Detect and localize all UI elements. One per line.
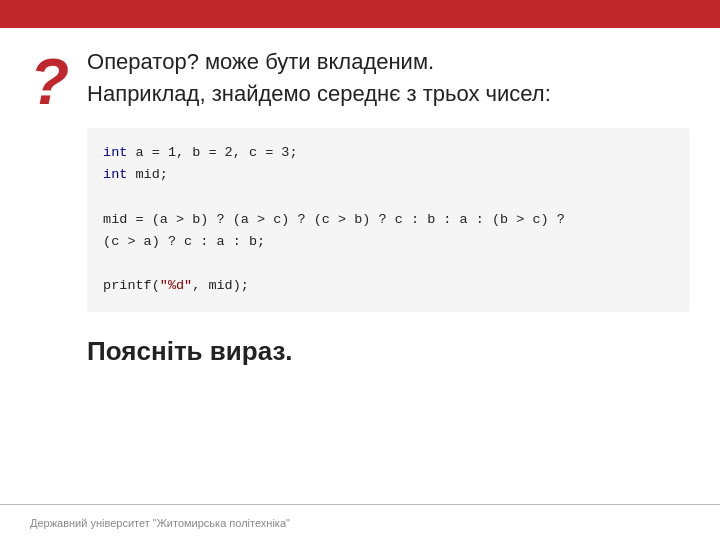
title-line1: Оператор? може бути вкладеним. <box>87 46 690 78</box>
explain-text: Поясніть вираз. <box>87 336 690 367</box>
code-kw-2: int <box>103 167 127 182</box>
main-content: Оператор? може бути вкладеним. Наприклад… <box>87 46 690 540</box>
code-kw-1: int <box>103 145 127 160</box>
code-block: int a = 1, b = 2, c = 3; int mid; mid = … <box>87 128 690 312</box>
slide: ? Оператор? може бути вкладеним. Наприкл… <box>0 0 720 540</box>
code-str: "%d" <box>160 278 192 293</box>
content-area: ? Оператор? може бути вкладеним. Наприкл… <box>0 28 720 540</box>
footer-text: Державний університет "Житомирська політ… <box>30 517 290 529</box>
top-bar <box>0 0 720 28</box>
footer: Державний університет "Житомирська політ… <box>0 504 720 540</box>
title-line2: Наприклад, знайдемо середнє з трьох чисе… <box>87 78 690 110</box>
title-block: Оператор? може бути вкладеним. Наприклад… <box>87 46 690 110</box>
question-mark-icon: ? <box>30 50 69 540</box>
